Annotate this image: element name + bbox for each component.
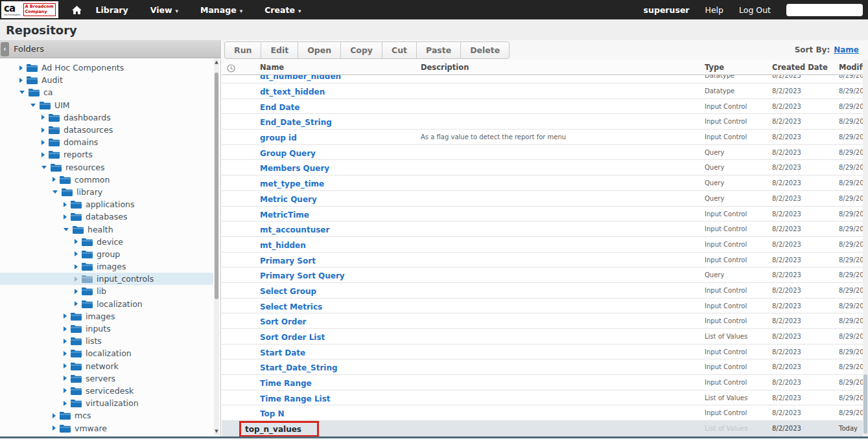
ca-broadcom-logo[interactable]: ca technologies A Broadcom Company — [1, 1, 58, 18]
collapse-arrow-icon[interactable] — [64, 228, 69, 231]
expand-arrow-icon[interactable] — [41, 152, 45, 157]
resource-name-link[interactable]: Start_Date_String — [260, 363, 338, 372]
table-row-met_type_time[interactable]: met_type_timeQuery8/2/20238/29/2022 — [222, 175, 863, 191]
expand-arrow-icon[interactable] — [75, 301, 78, 306]
table-row-top_n_values[interactable]: top_n_valuesList of Values8/2/2023Today — [222, 421, 863, 436]
help-link[interactable]: Help — [705, 5, 724, 15]
tree-item-virtualization[interactable]: virtualization — [0, 397, 213, 409]
copy-button[interactable]: Copy — [341, 42, 382, 58]
resource-name-link[interactable]: top_n_values — [245, 425, 301, 434]
expand-arrow-icon[interactable] — [19, 78, 23, 83]
table-row-top-n[interactable]: Top NInput Control8/2/20238/29/2022 — [222, 405, 863, 421]
nav-item-library[interactable]: Library — [96, 5, 128, 15]
open-button[interactable]: Open — [298, 42, 341, 58]
expand-arrow-icon[interactable] — [41, 115, 45, 120]
resource-name-link[interactable]: Group Query — [260, 149, 316, 158]
folders-scrollbar-thumb[interactable] — [215, 73, 218, 299]
resource-name-link[interactable]: End_Date_String — [260, 118, 332, 127]
resource-name-link[interactable]: Sort Order — [260, 317, 306, 326]
resource-name-link[interactable]: End Date — [260, 103, 299, 112]
logout-link[interactable]: Log Out — [739, 5, 771, 15]
paste-button[interactable]: Paste — [417, 42, 461, 58]
resource-name-link[interactable]: Members Query — [260, 164, 329, 173]
list-scrollbar[interactable] — [863, 60, 868, 436]
table-row-mt_hidden[interactable]: mt_hiddenInput Control8/2/20238/29/2022 — [222, 237, 863, 253]
expand-arrow-icon[interactable] — [41, 140, 45, 145]
table-row-dt_text_hidden[interactable]: dt_text_hiddenDatatype8/2/20238/29/2022 — [222, 84, 863, 99]
expand-arrow-icon[interactable] — [53, 425, 56, 431]
expand-arrow-icon[interactable] — [41, 128, 45, 133]
tree-item-vmware[interactable]: vmware — [0, 422, 213, 434]
tree-item-applications[interactable]: applications — [0, 198, 213, 210]
collapse-arrow-icon[interactable] — [30, 104, 36, 107]
resource-name-link[interactable]: mt_accountuser — [260, 225, 329, 234]
collapse-arrow-icon[interactable] — [53, 190, 58, 194]
table-row-end-date[interactable]: End DateInput Control8/2/20238/29/2022 — [222, 99, 863, 115]
resource-name-link[interactable]: Sort Order List — [260, 333, 325, 342]
delete-button[interactable]: Delete — [461, 42, 509, 58]
table-row-end_date_string[interactable]: End_Date_StringInput Control8/2/20238/29… — [222, 114, 863, 130]
tree-item-images[interactable]: images — [0, 260, 213, 273]
scroll-up-icon[interactable]: ▲ — [214, 60, 219, 65]
resource-name-link[interactable]: Primary Sort — [260, 256, 316, 266]
resource-name-link[interactable]: Start Date — [260, 348, 305, 357]
table-row-sort-order[interactable]: Sort OrderInput Control8/2/20238/29/2022 — [222, 313, 863, 329]
tree-item-library[interactable]: library — [0, 186, 213, 198]
expand-arrow-icon[interactable] — [64, 202, 67, 207]
resource-name-link[interactable]: Primary Sort Query — [260, 271, 345, 280]
table-row-metrictime[interactable]: MetricTimeInput Control8/2/20238/29/2022 — [222, 207, 863, 222]
tree-item-common[interactable]: common — [0, 174, 213, 186]
expand-arrow-icon[interactable] — [64, 339, 67, 344]
search-input[interactable] — [786, 4, 863, 16]
expand-arrow-icon[interactable] — [53, 177, 56, 182]
run-button[interactable]: Run — [225, 42, 261, 58]
expand-arrow-icon[interactable] — [64, 351, 67, 356]
tree-item-network[interactable]: network — [0, 360, 213, 372]
expand-arrow-icon[interactable] — [19, 65, 23, 71]
collapse-arrow-icon[interactable] — [41, 166, 47, 169]
tree-item-reports[interactable]: reports — [0, 148, 213, 161]
table-row-primary-sort-query[interactable]: Primary Sort QueryQuery8/2/20238/29/2022 — [222, 267, 863, 283]
tree-item-uim[interactable]: UIM — [0, 99, 213, 111]
table-row-mt_accountuser[interactable]: mt_accountuserInput Control8/2/20238/29/… — [222, 221, 863, 237]
expand-arrow-icon[interactable] — [75, 239, 78, 244]
tree-item-audit[interactable]: Audit — [0, 74, 213, 86]
table-row-sort-order-list[interactable]: Sort Order ListList of Values8/2/20238/2… — [222, 329, 863, 345]
tree-item-localization[interactable]: localization — [0, 298, 213, 310]
resource-name-link[interactable]: Select Group — [260, 287, 316, 296]
table-row-start_date_string[interactable]: Start_Date_StringInput Control8/2/20238/… — [222, 359, 863, 375]
resource-name-link[interactable]: MetricTime — [260, 210, 309, 220]
table-row-select-group[interactable]: Select GroupInput Control8/2/20238/29/20… — [222, 283, 863, 299]
tree-item-inputs[interactable]: inputs — [0, 322, 213, 335]
resource-name-link[interactable]: Top N — [260, 409, 285, 418]
tree-item-databases[interactable]: databases — [0, 210, 213, 223]
tree-item-servers[interactable]: servers — [0, 372, 213, 385]
expand-arrow-icon[interactable] — [64, 388, 67, 393]
resource-name-link[interactable]: group id — [260, 133, 297, 142]
tree-item-images[interactable]: images — [0, 310, 213, 322]
resource-name-link[interactable]: dt_text_hidden — [260, 87, 325, 96]
tree-item-input_controls[interactable]: input_controls — [0, 273, 213, 285]
tree-item-resources[interactable]: resources — [0, 161, 213, 174]
expand-arrow-icon[interactable] — [75, 277, 78, 282]
expand-arrow-icon[interactable] — [75, 251, 78, 256]
table-row-members-query[interactable]: Members QueryQuery8/2/20238/29/2022 — [222, 160, 863, 175]
expand-arrow-icon[interactable] — [53, 413, 56, 418]
expand-arrow-icon[interactable] — [64, 313, 67, 319]
tree-item-group[interactable]: group — [0, 248, 213, 260]
tree-item-device[interactable]: device — [0, 236, 213, 248]
table-row-group-query[interactable]: Group QueryQuery8/2/20238/29/2022 — [222, 145, 863, 161]
scroll-down-icon[interactable]: ▼ — [214, 429, 219, 434]
folders-scrollbar[interactable]: ▲ ▼ — [214, 58, 219, 435]
table-row-group-id[interactable]: group idAs a flag value to detect the re… — [222, 130, 863, 145]
edit-button[interactable]: Edit — [261, 42, 298, 58]
tree-item-lib[interactable]: lib — [0, 285, 213, 297]
expand-arrow-icon[interactable] — [64, 363, 67, 368]
expand-arrow-icon[interactable] — [64, 376, 67, 381]
resource-name-link[interactable]: met_type_time — [260, 179, 324, 188]
table-row-select-metrics[interactable]: Select MetricsInput Control8/2/20238/29/… — [222, 299, 863, 314]
tree-item-health[interactable]: health — [0, 223, 213, 235]
tree-item-domains[interactable]: domains — [0, 136, 213, 148]
cut-button[interactable]: Cut — [382, 42, 417, 58]
resource-name-link[interactable]: Select Metrics — [260, 302, 322, 311]
